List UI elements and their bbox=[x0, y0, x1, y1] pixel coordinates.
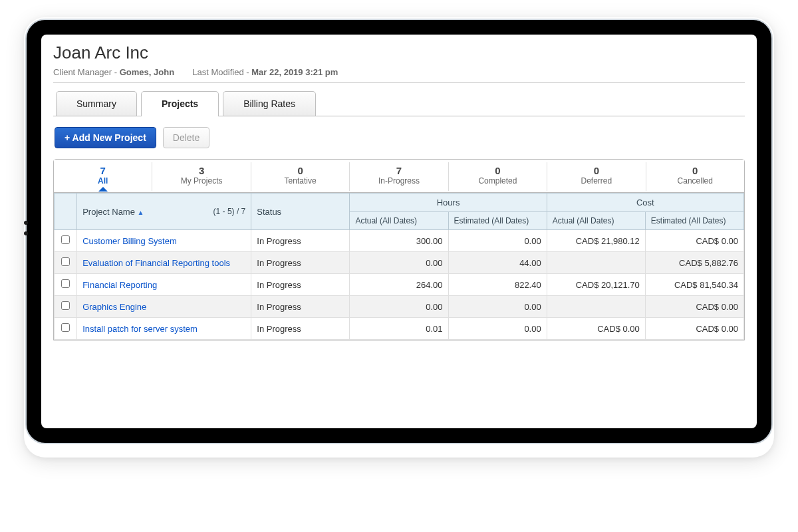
filter-label: Completed bbox=[453, 176, 543, 186]
cost-estimated: CAD$ 0.00 bbox=[645, 230, 743, 252]
hours-actual: 300.00 bbox=[350, 230, 448, 252]
col-group-hours: Hours bbox=[350, 194, 547, 212]
filter-count: 0 bbox=[453, 165, 543, 176]
cost-actual bbox=[547, 252, 645, 274]
toolbar: + Add New Project Delete bbox=[53, 116, 745, 159]
filter-cancelled[interactable]: 0 Cancelled bbox=[646, 162, 744, 191]
client-manager-label: Client Manager - bbox=[53, 67, 117, 77]
col-hours-actual[interactable]: Actual (All Dates) bbox=[350, 212, 448, 230]
col-hours-estimated[interactable]: Estimated (All Dates) bbox=[448, 212, 547, 230]
filter-tentative[interactable]: 0 Tentative bbox=[251, 162, 350, 191]
hours-estimated: 822.40 bbox=[448, 274, 547, 296]
project-link[interactable]: Graphics Engine bbox=[82, 302, 146, 312]
tabs: Summary Projects Billing Rates bbox=[53, 91, 745, 116]
filter-count: 0 bbox=[551, 165, 641, 176]
filter-my-projects[interactable]: 3 My Projects bbox=[152, 162, 251, 191]
page-title: Joan Arc Inc bbox=[53, 43, 745, 63]
filter-all[interactable]: 7 All bbox=[54, 162, 152, 191]
cost-estimated: CAD$ 0.00 bbox=[645, 296, 743, 318]
cost-estimated: CAD$ 81,540.34 bbox=[645, 274, 743, 296]
hours-estimated: 44.00 bbox=[448, 252, 547, 274]
col-project-name[interactable]: Project Name ▲ (1 - 5) / 7 bbox=[77, 194, 251, 230]
sort-asc-icon: ▲ bbox=[138, 209, 144, 216]
col-cost-actual[interactable]: Actual (All Dates) bbox=[547, 212, 645, 230]
table-row: Graphics Engine In Progress 0.00 0.00 CA… bbox=[55, 296, 744, 318]
status-cell: In Progress bbox=[251, 318, 350, 340]
projects-table: Project Name ▲ (1 - 5) / 7 Status Hours … bbox=[54, 193, 744, 340]
cost-actual: CAD$ 20,121.70 bbox=[547, 274, 645, 296]
row-checkbox[interactable] bbox=[61, 235, 70, 244]
status-cell: In Progress bbox=[251, 296, 350, 318]
hours-estimated: 0.00 bbox=[448, 296, 547, 318]
cost-actual: CAD$ 21,980.12 bbox=[547, 230, 645, 252]
client-manager-value: Gomes, John bbox=[120, 67, 174, 77]
hours-estimated: 0.00 bbox=[448, 318, 547, 340]
filter-label: My Projects bbox=[156, 176, 246, 186]
filter-count: 3 bbox=[156, 165, 246, 176]
filter-label: Cancelled bbox=[650, 176, 740, 186]
row-checkbox[interactable] bbox=[61, 279, 70, 288]
filter-completed[interactable]: 0 Completed bbox=[449, 162, 547, 191]
col-cost-estimated[interactable]: Estimated (All Dates) bbox=[645, 212, 743, 230]
filter-label: Tentative bbox=[255, 176, 345, 186]
last-modified-value: Mar 22, 2019 3:21 pm bbox=[251, 67, 338, 77]
col-status[interactable]: Status bbox=[251, 194, 350, 230]
row-checkbox[interactable] bbox=[61, 323, 70, 332]
tablet-frame: Joan Arc Inc Client Manager - Gomes, Joh… bbox=[25, 19, 773, 444]
filter-label: Deferred bbox=[551, 176, 641, 186]
table-row: Financial Reporting In Progress 264.00 8… bbox=[55, 274, 744, 296]
row-checkbox[interactable] bbox=[61, 301, 70, 310]
page-meta: Client Manager - Gomes, John Last Modifi… bbox=[53, 67, 745, 77]
table-row: Evaluation of Financial Reporting tools … bbox=[55, 252, 744, 274]
filter-count: 7 bbox=[58, 165, 148, 176]
hours-actual: 264.00 bbox=[350, 274, 448, 296]
hours-estimated: 0.00 bbox=[448, 230, 547, 252]
hours-actual: 0.01 bbox=[350, 318, 448, 340]
table-row: Install patch for server system In Progr… bbox=[55, 318, 744, 340]
cost-estimated: CAD$ 5,882.76 bbox=[645, 252, 743, 274]
project-link[interactable]: Financial Reporting bbox=[82, 280, 157, 290]
col-group-cost: Cost bbox=[547, 194, 743, 212]
status-cell: In Progress bbox=[251, 252, 350, 274]
table-row: Customer Billing System In Progress 300.… bbox=[55, 230, 744, 252]
filter-count: 0 bbox=[255, 165, 345, 176]
filter-count: 7 bbox=[354, 165, 444, 176]
filter-in-progress[interactable]: 7 In-Progress bbox=[350, 162, 448, 191]
tab-summary[interactable]: Summary bbox=[56, 91, 137, 116]
tab-projects[interactable]: Projects bbox=[141, 91, 219, 116]
status-cell: In Progress bbox=[251, 230, 350, 252]
filter-label: In-Progress bbox=[354, 176, 444, 186]
filter-label: All bbox=[58, 176, 148, 186]
add-new-project-button[interactable]: + Add New Project bbox=[55, 127, 156, 148]
cost-actual bbox=[547, 296, 645, 318]
project-link[interactable]: Install patch for server system bbox=[82, 324, 198, 334]
cost-estimated: CAD$ 0.00 bbox=[645, 318, 743, 340]
col-checkbox bbox=[55, 194, 77, 230]
status-cell: In Progress bbox=[251, 274, 350, 296]
status-filters: 7 All 3 My Projects 0 Tentative 7 bbox=[54, 160, 744, 193]
project-link[interactable]: Customer Billing System bbox=[82, 236, 177, 246]
row-checkbox[interactable] bbox=[61, 257, 70, 266]
last-modified-label: Last Modified - bbox=[192, 67, 249, 77]
cost-actual: CAD$ 0.00 bbox=[547, 318, 645, 340]
project-link[interactable]: Evaluation of Financial Reporting tools bbox=[82, 258, 230, 268]
filter-deferred[interactable]: 0 Deferred bbox=[547, 162, 646, 191]
filter-count: 0 bbox=[650, 165, 740, 176]
screen: Joan Arc Inc Client Manager - Gomes, Joh… bbox=[41, 35, 757, 428]
tab-billing-rates[interactable]: Billing Rates bbox=[223, 91, 316, 116]
hours-actual: 0.00 bbox=[350, 252, 448, 274]
project-grid: 7 All 3 My Projects 0 Tentative 7 bbox=[53, 159, 745, 340]
divider bbox=[53, 82, 745, 83]
delete-button[interactable]: Delete bbox=[163, 127, 209, 148]
hours-actual: 0.00 bbox=[350, 296, 448, 318]
page-range: (1 - 5) / 7 bbox=[213, 207, 246, 216]
col-project-name-label: Project Name bbox=[82, 207, 135, 217]
